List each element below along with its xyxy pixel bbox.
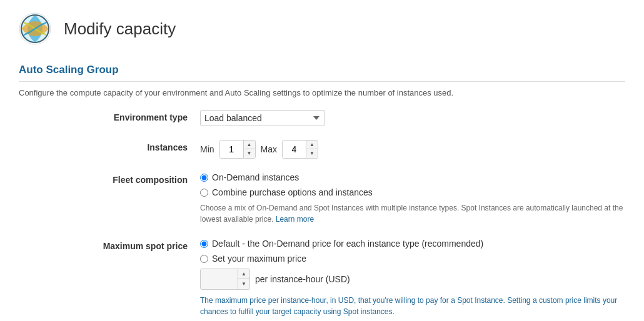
- per-hour-label: per instance-hour (USD): [255, 274, 350, 284]
- min-input[interactable]: [220, 141, 244, 158]
- max-label: Max: [261, 144, 277, 154]
- fleet-on-demand-radio[interactable]: [200, 174, 208, 182]
- max-spot-price-control: Default - the On-Demand price for each i…: [200, 239, 625, 317]
- max-spot-price-label: Maximum spot price: [19, 239, 200, 251]
- set-price-label: Set your maximum price: [212, 254, 306, 264]
- fleet-combine-row: Combine purchase options and instances: [200, 187, 625, 197]
- fleet-on-demand-label: On-Demand instances: [212, 172, 299, 182]
- price-up-button[interactable]: ▲: [238, 269, 249, 279]
- page-header: Modify capacity: [19, 12, 625, 45]
- price-input[interactable]: [201, 269, 238, 289]
- spot-price-info-text: The maximum price per instance-hour, in …: [200, 295, 625, 317]
- default-price-radio[interactable]: [200, 240, 208, 248]
- aws-logo: [19, 12, 51, 45]
- price-down-button[interactable]: ▼: [238, 279, 249, 289]
- max-up-button[interactable]: ▲: [306, 141, 318, 149]
- environment-type-label: Environment type: [19, 110, 200, 122]
- max-spinner-buttons: ▲ ▼: [306, 141, 318, 158]
- page-title: Modify capacity: [64, 19, 176, 39]
- min-down-button[interactable]: ▼: [244, 149, 255, 158]
- default-price-row: Default - the On-Demand price for each i…: [200, 239, 625, 249]
- fleet-combine-radio[interactable]: [200, 189, 208, 197]
- max-spot-price-row: Maximum spot price Default - the On-Dema…: [19, 239, 625, 317]
- min-label: Min: [200, 144, 214, 154]
- min-spinner-buttons: ▲ ▼: [244, 141, 255, 158]
- max-down-button[interactable]: ▼: [306, 149, 318, 158]
- fleet-composition-control: On-Demand instances Combine purchase opt…: [200, 172, 625, 225]
- environment-type-select[interactable]: Load balanced Single instance: [200, 110, 325, 126]
- set-price-radio[interactable]: [200, 255, 208, 263]
- fleet-hint-content: Choose a mix of On-Demand and Spot Insta…: [200, 204, 623, 224]
- fleet-combine-label: Combine purchase options and instances: [212, 187, 373, 197]
- max-input[interactable]: [283, 141, 306, 158]
- min-up-button[interactable]: ▲: [244, 141, 255, 149]
- fleet-learn-more-link[interactable]: Learn more: [276, 215, 314, 224]
- instances-label: Instances: [19, 140, 200, 152]
- auto-scaling-section: Auto Scaling Group Configure the compute…: [19, 64, 625, 317]
- set-price-row: Set your maximum price: [200, 254, 625, 264]
- fleet-composition-row: Fleet composition On-Demand instances Co…: [19, 172, 625, 225]
- default-price-label: Default - the On-Demand price for each i…: [212, 239, 483, 249]
- fleet-composition-label: Fleet composition: [19, 172, 200, 185]
- min-spinner: ▲ ▼: [219, 140, 256, 159]
- section-title: Auto Scaling Group: [19, 64, 625, 82]
- price-input-row: ▲ ▼ per instance-hour (USD): [200, 269, 625, 290]
- environment-type-control: Load balanced Single instance: [200, 110, 625, 126]
- max-spinner: ▲ ▼: [282, 140, 318, 159]
- section-description: Configure the compute capacity of your e…: [19, 88, 625, 97]
- fleet-on-demand-row: On-Demand instances: [200, 172, 625, 182]
- price-spinner-buttons: ▲ ▼: [238, 269, 249, 289]
- fleet-hint-text: Choose a mix of On-Demand and Spot Insta…: [200, 202, 625, 225]
- environment-type-row: Environment type Load balanced Single in…: [19, 110, 625, 126]
- instances-control: Min ▲ ▼ Max ▲ ▼: [200, 140, 625, 159]
- price-spinner: ▲ ▼: [200, 269, 250, 290]
- instances-row: Instances Min ▲ ▼ Max ▲ ▼: [19, 140, 625, 159]
